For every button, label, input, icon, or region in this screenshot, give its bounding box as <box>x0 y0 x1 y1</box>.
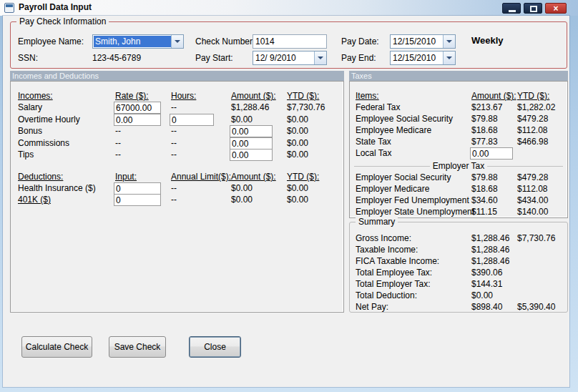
input-col-header: Input: <box>115 171 137 183</box>
401k-input[interactable] <box>114 194 161 206</box>
employer-state-unemp-ytd: $140.00 <box>517 206 548 218</box>
commissions-label: Commissions <box>18 137 69 150</box>
income-row-commissions: Commissions -- -- $0.00 <box>11 137 343 150</box>
pay-end-dropdown-button[interactable] <box>443 52 455 64</box>
income-row-overtime: Overtime Hourly $0.00 $0.00 <box>11 114 343 126</box>
paycheck-info-group-title: Pay Check Information <box>16 16 109 26</box>
minimize-button[interactable] <box>502 3 521 14</box>
summary-row-total-employer-tax: Total Employer Tax: $144.31 <box>350 278 567 290</box>
tax-row-employee-medicare: Employee Medicare $18.68 $112.08 <box>350 124 567 137</box>
annual-limit-col-header: Annual Limit($): <box>171 171 231 183</box>
tips-amount-input[interactable] <box>230 149 273 161</box>
federal-tax-amount: $213.67 <box>471 102 502 114</box>
health-insurance-label: Health Insurance ($) <box>18 182 96 195</box>
taxes-header-row: Items: Amount ($): YTD ($): <box>350 90 567 102</box>
summary-row-taxable: Taxable Income: $1,288.46 <box>350 244 567 256</box>
federal-tax-label: Federal Tax <box>356 102 400 114</box>
401k-link[interactable]: 401K ($) <box>18 194 51 206</box>
employee-name-dropdown-button[interactable] <box>171 35 183 48</box>
tax-row-employee-ss: Employee Social Security $79.88 $479.28 <box>350 113 567 125</box>
salary-ytd: $7,730.76 <box>287 102 325 114</box>
employee-ss-ytd: $479.28 <box>517 113 548 125</box>
incomes-col-header: Incomes: <box>18 90 53 102</box>
ssn-value: 123-45-6789 <box>92 51 141 65</box>
employer-tax-title-text: Employer Tax <box>430 161 487 171</box>
summary-row-total-deduction: Total Deduction: $0.00 <box>350 290 567 302</box>
health-insurance-limit: -- <box>171 182 177 195</box>
state-tax-label: State Tax <box>356 136 391 148</box>
employer-state-unemp-amount: $11.15 <box>471 206 497 218</box>
overtime-amount: $0.00 <box>231 114 253 126</box>
pay-end-picker[interactable]: 12/15/2010 <box>390 51 456 65</box>
chevron-down-icon <box>318 57 323 59</box>
maximize-button[interactable] <box>524 3 542 14</box>
pay-date-value: 12/15/2010 <box>391 35 443 48</box>
taxable-income-amount: $1,288.46 <box>471 244 509 256</box>
ded-amount-col-header: Amount ($): <box>231 171 276 183</box>
gross-income-amount: $1,288.46 <box>471 232 509 245</box>
deductions-header-row: Deductions: Input: Annual Limit($): Amou… <box>11 171 343 183</box>
federal-tax-ytd: $1,282.02 <box>517 102 555 114</box>
ytd-col-header: YTD ($): <box>287 90 319 102</box>
salary-rate-input[interactable] <box>114 102 161 114</box>
pay-start-dropdown-button[interactable] <box>314 52 326 64</box>
maximize-icon <box>530 6 537 12</box>
pay-end-value: 12/15/2010 <box>391 52 443 64</box>
ssn-label: SSN: <box>18 51 38 65</box>
local-tax-input[interactable] <box>470 147 513 160</box>
pay-start-label: Pay Start: <box>195 51 233 65</box>
health-insurance-amount: $0.00 <box>231 182 253 195</box>
tax-row-federal: Federal Tax $213.67 $1,282.02 <box>350 102 567 114</box>
amount-col-header: Amount ($): <box>231 90 276 102</box>
chevron-down-icon <box>446 57 452 59</box>
employee-medicare-ytd: $112.08 <box>517 124 548 137</box>
401k-amount: $0.00 <box>231 194 253 206</box>
net-pay-label: Net Pay: <box>356 301 388 313</box>
overtime-ytd: $0.00 <box>287 114 308 126</box>
commissions-amount-input[interactable] <box>230 137 273 150</box>
minimize-icon <box>509 10 516 12</box>
overtime-rate-input[interactable] <box>114 114 161 126</box>
save-check-button[interactable]: Save Check <box>109 336 166 358</box>
pay-start-picker[interactable]: 12/ 9/2010 <box>253 51 327 65</box>
employee-ss-amount: $79.88 <box>471 113 498 125</box>
tax-row-employer-ss: Employer Social Security $79.88 $479.28 <box>350 172 567 184</box>
health-insurance-input[interactable] <box>114 182 161 195</box>
deduction-row-health-insurance: Health Insurance ($) -- $0.00 $0.00 <box>11 182 343 195</box>
bonus-label: Bonus <box>18 125 42 137</box>
window-controls: × <box>502 3 567 14</box>
401k-limit: -- <box>171 194 177 206</box>
employer-tax-group-title: Employer Tax <box>350 161 567 171</box>
gross-income-label: Gross Income: <box>356 232 411 245</box>
employer-ss-label: Employer Social Security <box>356 172 451 184</box>
employee-name-select[interactable]: Smith, John <box>92 34 184 49</box>
calculate-check-button[interactable]: Calculate Check <box>21 336 92 358</box>
pay-date-picker[interactable]: 12/15/2010 <box>390 34 456 49</box>
close-window-button[interactable]: × <box>545 3 567 14</box>
hours-col-header: Hours: <box>171 90 196 102</box>
state-tax-amount: $77.83 <box>471 136 498 148</box>
net-pay-amount: $898.40 <box>471 301 502 313</box>
commissions-hours: -- <box>171 137 177 150</box>
ded-ytd-col-header: YTD ($): <box>287 171 319 183</box>
bonus-ytd: $0.00 <box>287 125 308 137</box>
check-number-input[interactable] <box>253 34 327 49</box>
titlebar[interactable]: Payroll Data Input × <box>0 0 578 16</box>
fica-taxable-amount: $1,288.46 <box>471 255 509 268</box>
close-button[interactable]: Close <box>189 336 241 358</box>
commissions-rate: -- <box>115 137 121 150</box>
tips-hours: -- <box>171 149 177 161</box>
pay-date-dropdown-button[interactable] <box>443 35 455 48</box>
overtime-hours-input[interactable] <box>170 114 214 126</box>
employer-fed-unemp-label: Employer Fed Unemployment <box>356 195 469 207</box>
incomes-deductions-panel: Incomes: Rate ($): Hours: Amount ($): YT… <box>10 81 344 313</box>
taxes-panel: Items: Amount ($): YTD ($): Federal Tax … <box>349 81 568 218</box>
employer-medicare-ytd: $112.08 <box>517 183 548 195</box>
tips-ytd: $0.00 <box>287 149 308 161</box>
summary-row-total-employee-tax: Total Employee Tax: $390.06 <box>350 267 567 279</box>
tax-row-employer-medicare: Employer Medicare $18.68 $112.08 <box>350 183 567 195</box>
bonus-amount-input[interactable] <box>230 125 273 137</box>
window: Payroll Data Input × Pay Check Informati… <box>0 0 578 392</box>
employee-medicare-amount: $18.68 <box>471 124 498 137</box>
summary-row-net-pay: Net Pay: $898.40 $5,390.40 <box>350 301 567 313</box>
